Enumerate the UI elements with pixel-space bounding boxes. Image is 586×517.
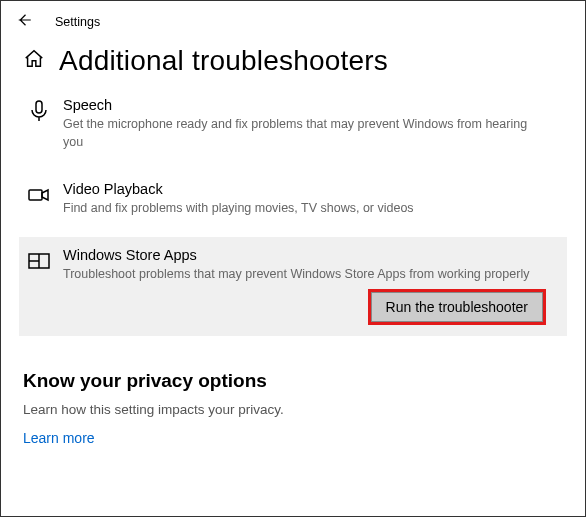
app-title: Settings bbox=[55, 15, 100, 29]
privacy-desc: Learn how this setting impacts your priv… bbox=[23, 402, 563, 417]
privacy-section: Know your privacy options Learn how this… bbox=[1, 336, 585, 447]
svg-rect-1 bbox=[29, 190, 42, 200]
privacy-title: Know your privacy options bbox=[23, 370, 563, 392]
troubleshooter-item-video[interactable]: Video Playback Find and fix problems wit… bbox=[19, 171, 567, 227]
item-desc: Troubleshoot problems that may prevent W… bbox=[63, 265, 541, 283]
apps-grid-icon bbox=[25, 247, 63, 283]
home-icon[interactable] bbox=[23, 48, 45, 74]
run-troubleshooter-button[interactable]: Run the troubleshooter bbox=[371, 292, 543, 322]
item-title: Speech bbox=[63, 97, 541, 113]
item-desc: Get the microphone ready and fix problem… bbox=[63, 115, 541, 151]
troubleshooter-item-speech[interactable]: Speech Get the microphone ready and fix … bbox=[19, 87, 567, 161]
video-camera-icon bbox=[25, 181, 63, 217]
learn-more-link[interactable]: Learn more bbox=[23, 430, 95, 446]
back-icon[interactable] bbox=[15, 11, 33, 33]
item-desc: Find and fix problems with playing movie… bbox=[63, 199, 541, 217]
item-title: Windows Store Apps bbox=[63, 247, 541, 263]
microphone-icon bbox=[25, 97, 63, 151]
troubleshooter-item-store-apps[interactable]: Windows Store Apps Troubleshoot problems… bbox=[19, 237, 567, 335]
title-bar: Settings bbox=[1, 1, 585, 37]
svg-rect-0 bbox=[36, 101, 42, 113]
page-title: Additional troubleshooters bbox=[59, 45, 388, 77]
main-content: Additional troubleshooters Speech Get th… bbox=[1, 37, 585, 336]
page-header: Additional troubleshooters bbox=[23, 45, 563, 77]
item-title: Video Playback bbox=[63, 181, 541, 197]
